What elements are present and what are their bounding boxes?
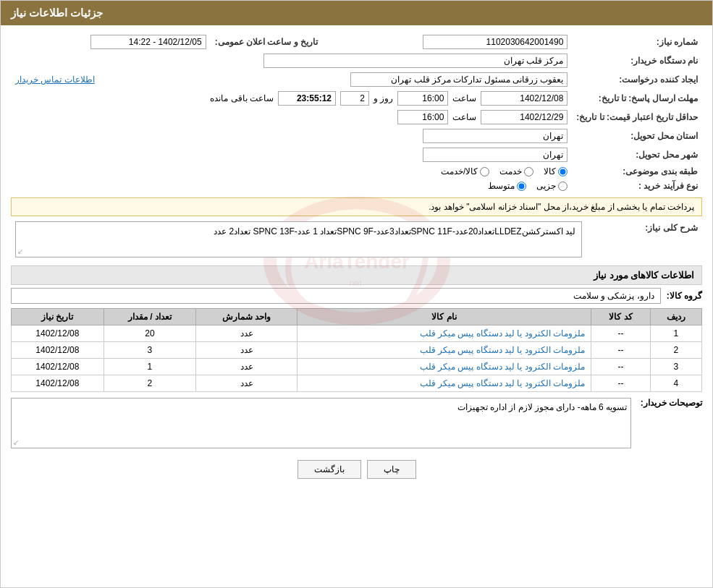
gorooh-value: دارو، پزشکی و سلامت (11, 288, 661, 304)
cell-vahid: عدد (196, 375, 298, 392)
cell-tedad: 20 (104, 325, 196, 342)
shahr-input: تهران (423, 148, 568, 162)
cell-tarikh: 1402/12/08 (12, 342, 104, 359)
cell-vahid: عدد (196, 359, 298, 375)
bazgasht-button[interactable]: بازگشت (298, 460, 361, 479)
tabaqe-khadamat-label: خدمت (499, 166, 522, 176)
mohlat-countdown-label: ساعت باقی مانده (210, 93, 274, 103)
th-kod-kala: کد کالا (591, 309, 651, 325)
footer-buttons: چاپ بازگشت (11, 460, 702, 479)
ettelaat-tamas-link[interactable]: اطلاعات تماس خریدار (11, 70, 211, 89)
ijad-konande-input: یعقوب زرقانی مسئول تدارکات مرکز قلب تهرا… (350, 72, 568, 87)
cell-radif: 2 (650, 342, 701, 359)
table-row: 3 -- ملزومات الکترود یا لید دستگاه پیس م… (12, 359, 702, 375)
sharh-box: لید اکسترکشنLLDEZتعداد20عدد-SPNC 11Fتعدا… (15, 221, 582, 257)
ijad-konande-value: یعقوب زرقانی مسئول تدارکات مرکز قلب تهرا… (211, 70, 573, 89)
cell-nam-kala: ملزومات الکترود یا لید دستگاه پیس میکر ق… (297, 342, 591, 359)
cell-nam-kala: ملزومات الکترود یا لید دستگاه پیس میکر ق… (297, 325, 591, 342)
nooe-jozee-radio[interactable] (558, 182, 568, 191)
nooe-farayand-label: نوع فرآیند خرید : (572, 179, 702, 193)
ijad-konande-label: ایجاد کننده درخواست: (572, 70, 702, 89)
mohlat-saat-label: ساعت (452, 93, 476, 103)
th-tedad: تعداد / مقدار (104, 309, 196, 325)
cell-kod: -- (591, 325, 651, 342)
tarikh-aebar-date-input: 1402/12/29 (481, 110, 568, 124)
shahr-value: تهران (11, 145, 572, 164)
nooe-motovaset-radio[interactable] (517, 182, 526, 191)
nooe-jozee-option[interactable]: جزیی (536, 181, 568, 191)
tabaqe-kala-radio[interactable] (558, 167, 568, 176)
cell-vahid: عدد (196, 342, 298, 359)
tarikh-elaan-input: 1402/12/05 - 14:22 (90, 35, 206, 49)
sharh-value: لید اکسترکشنLLDEZتعداد20عدد-SPNC 11Fتعدا… (11, 219, 586, 260)
nooe-motovaset-label: متوسط (488, 181, 515, 191)
nooe-jozee-label: جزیی (536, 181, 556, 191)
table-row: 1 -- ملزومات الکترود یا لید دستگاه پیس م… (12, 325, 702, 342)
cell-tedad: 3 (104, 342, 196, 359)
cell-vahid: عدد (196, 325, 298, 342)
tabaqe-kala-label: کالا (544, 166, 556, 176)
page-title: جزئیات اطلاعات نیاز (11, 7, 103, 19)
tabaqe-kala-option[interactable]: کالا (544, 166, 568, 176)
shomare-niaz-value: 1102030642001490 (326, 33, 573, 51)
content-area: AriaTender .net شماره نیاز: 110203064200… (1, 25, 712, 498)
tabaqe-kala-khadamat-option[interactable]: کالا/خدمت (441, 166, 489, 176)
tarikh-aebar-row: 1402/12/29 ساعت 16:00 (11, 108, 572, 127)
shomare-niaz-input: 1102030642001490 (423, 35, 568, 49)
tabaqe-kala-khadamat-label: کالا/خدمت (441, 166, 478, 176)
nam-dastgah-value: مرکز قلب تهران (11, 51, 572, 70)
table-row: 4 -- ملزومات الکترود یا لید دستگاه پیس م… (12, 375, 702, 392)
sharh-label: شرح کلی نیاز: (586, 219, 702, 260)
nooe-farayand-row: جزیی متوسط (11, 179, 572, 193)
cell-radif: 3 (650, 359, 701, 375)
tarikh-aebar-saat-input: 16:00 (397, 110, 448, 124)
shomare-niaz-label: شماره نیاز: (572, 33, 702, 51)
page-header: جزئیات اطلاعات نیاز (1, 1, 712, 25)
nam-dastgah-input: مرکز قلب تهران (263, 54, 568, 68)
ostan-value: تهران (11, 127, 572, 145)
cell-nam-kala: ملزومات الکترود یا لید دستگاه پیس میکر ق… (297, 375, 591, 392)
tabaqe-khadamat-option[interactable]: خدمت (499, 166, 533, 176)
nooe-motovaset-option[interactable]: متوسط (488, 181, 526, 191)
tarikh-aebar-label: حداقل تاریخ اعتبار قیمت: تا تاریخ: (572, 108, 702, 127)
ettelaat-tamas-text[interactable]: اطلاعات تماس خریدار (15, 74, 95, 85)
toshihat-label: توصیحات خریدار: (637, 398, 702, 408)
mohlat-roz-input: 2 (340, 91, 369, 106)
tabaqe-row: کالا خدمت کالا/خدمت (11, 164, 572, 179)
notice-text: پرداخت تمام یا بخشی از مبلغ خرید،از محل … (429, 202, 694, 212)
mohlat-roz-label: روز و (374, 93, 393, 103)
info-table-top: شماره نیاز: 1102030642001490 تاریخ و ساع… (11, 33, 702, 193)
tabaqe-kala-khadamat-radio[interactable] (480, 167, 489, 176)
kala-table: ردیف کد کالا نام کالا واحد شمارش تعداد /… (11, 308, 702, 392)
th-tarikh: تاریخ نیاز (12, 309, 104, 325)
mohlat-saat-input: 16:00 (397, 91, 448, 106)
th-vahid: واحد شمارش (196, 309, 298, 325)
cell-radif: 1 (650, 325, 701, 342)
ostan-label: استان محل تحویل: (572, 127, 702, 145)
sharh-text: لید اکسترکشنLLDEZتعداد20عدد-SPNC 11Fتعدا… (214, 226, 575, 237)
kalahat-section-title: اطلاعات کالاهای مورد نیاز (11, 265, 702, 285)
shahr-label: شهر محل تحویل: (572, 145, 702, 164)
nam-dastgah-label: نام دستگاه خریدار: (572, 51, 702, 70)
cell-tedad: 2 (104, 375, 196, 392)
th-nam-kala: نام کالا (297, 309, 591, 325)
chap-button[interactable]: چاپ (367, 460, 416, 479)
th-radif: ردیف (650, 309, 701, 325)
cell-kod: -- (591, 359, 651, 375)
cell-nam-kala: ملزومات الکترود یا لید دستگاه پیس میکر ق… (297, 359, 591, 375)
cell-kod: -- (591, 342, 651, 359)
toshihat-box: تسویه 6 ماهه- دارای مجوز لازم از اداره ت… (11, 398, 631, 448)
toshihat-section: توصیحات خریدار: تسویه 6 ماهه- دارای مجوز… (11, 398, 702, 448)
cell-radif: 4 (650, 375, 701, 392)
tarikh-aebar-saat-label: ساعت (452, 112, 476, 122)
mohlat-countdown: 23:55:12 (278, 91, 336, 106)
notice-row: پرداخت تمام یا بخشی از مبلغ خرید،از محل … (11, 197, 702, 216)
cell-tarikh: 1402/12/08 (12, 325, 104, 342)
cell-tedad: 1 (104, 359, 196, 375)
tabaqe-khadamat-radio[interactable] (524, 167, 533, 176)
sharh-table: شرح کلی نیاز: لید اکسترکشنLLDEZتعداد20عد… (11, 219, 702, 260)
tarikh-elaan-value: 1402/12/05 - 14:22 (11, 33, 211, 51)
mohlat-date-input: 1402/12/08 (481, 91, 568, 106)
gorooh-label: گروه کالا: (667, 291, 702, 301)
mohlat-ersal-row: 1402/12/08 ساعت 16:00 روز و 2 23:55:12 س… (11, 89, 572, 108)
